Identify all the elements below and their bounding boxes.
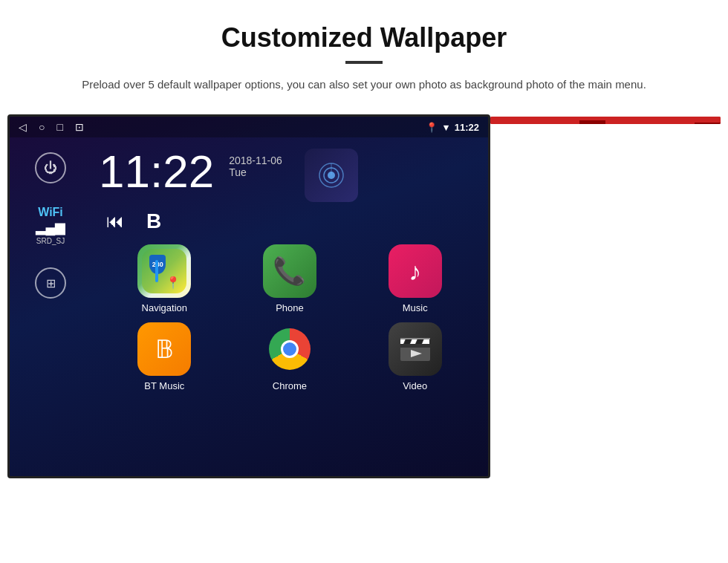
phone-app-icon[interactable]: 📞 — [263, 244, 316, 298]
clapperboard-icon — [400, 336, 431, 362]
chrome-app-icon[interactable] — [263, 322, 316, 376]
screenshot-nav-icon[interactable]: ⊡ — [75, 121, 84, 133]
status-bar: ◁ ○ □ ⊡ 📍 ▾ 11:22 — [10, 117, 488, 137]
main-section: 11:22 2018-11-06 Tue — [91, 137, 488, 478]
navigation-app-label: Navigation — [142, 302, 187, 313]
app-item-chrome[interactable]: Chrome — [232, 322, 348, 391]
location-icon: 📍 — [426, 122, 438, 133]
status-bar-right: 📍 ▾ 11:22 — [426, 122, 479, 133]
clock-date-col: 2018-11-06 Tue — [229, 149, 282, 178]
device-area: ◁ ○ □ ⊡ 📍 ▾ 11:22 ⏻ WiFi — [45, 114, 683, 478]
home-nav-icon[interactable]: ○ — [39, 121, 45, 133]
media-app-letter: B — [146, 209, 161, 233]
android-screen: ◁ ○ □ ⊡ 📍 ▾ 11:22 ⏻ WiFi — [7, 114, 490, 478]
music-app-icon[interactable]: ♪ — [389, 244, 442, 298]
app-item-music[interactable]: ♪ Music — [357, 244, 473, 313]
prev-track-icon[interactable]: ⏮ — [106, 211, 124, 232]
page-wrapper: Customized Wallpaper Preload over 5 defa… — [0, 0, 728, 493]
music-app-label: Music — [403, 302, 428, 313]
svg-rect-5 — [400, 344, 430, 348]
svg-rect-34 — [695, 123, 721, 124]
city-strip-svg — [490, 117, 721, 124]
bt-music-app-icon[interactable]: 𝔹 — [137, 322, 191, 376]
signal-icon: ▾ — [443, 122, 449, 133]
back-nav-icon[interactable]: ◁ — [19, 121, 27, 133]
media-app-icon[interactable] — [305, 149, 358, 202]
title-divider — [345, 61, 383, 64]
wifi-info: WiFi ▂▄▆ SRD_SJ — [36, 206, 66, 245]
app-grid: 280 📍 Navigation 📞 — [99, 244, 481, 391]
nav-map-visual: 280 📍 — [142, 249, 186, 293]
music-note-icon: ♪ — [409, 257, 421, 286]
phone-icon: 📞 — [273, 256, 306, 287]
clock-row: 11:22 2018-11-06 Tue — [99, 149, 481, 202]
nav-pin-icon: 📍 — [166, 276, 181, 290]
chrome-center — [281, 340, 299, 358]
svg-rect-29 — [579, 120, 605, 124]
clock-date: 2018-11-06 — [229, 154, 282, 166]
recent-nav-icon[interactable]: □ — [56, 121, 62, 133]
power-button[interactable]: ⏻ — [35, 152, 66, 183]
svg-rect-11 — [400, 338, 430, 339]
status-bar-left: ◁ ○ □ ⊡ — [19, 121, 84, 133]
chrome-ring-icon — [269, 328, 311, 370]
clock-time: 11:22 — [99, 149, 214, 195]
app-item-phone[interactable]: 📞 Phone — [232, 244, 348, 313]
wallpaper-thumb-city[interactable] — [490, 117, 721, 124]
app-item-navigation[interactable]: 280 📍 Navigation — [106, 244, 223, 313]
wifi-bars-icon: ▂▄▆ — [36, 219, 66, 235]
page-title: Customized Wallpaper — [45, 22, 683, 53]
media-row: ⏮ B — [106, 209, 481, 233]
screen-content: ⏻ WiFi ▂▄▆ SRD_SJ ⊞ 11:22 2018-11-06 — [10, 137, 488, 478]
wifi-label: WiFi — [36, 206, 66, 219]
clock-status: 11:22 — [455, 122, 479, 133]
clock-day: Tue — [229, 166, 282, 178]
video-app-icon[interactable] — [389, 322, 442, 376]
app-item-video[interactable]: Video — [357, 322, 473, 391]
wifi-ssid: SRD_SJ — [36, 237, 66, 245]
wallpaper-thumbnails: CarSetting — [490, 114, 721, 126]
bt-music-app-label: BT Music — [144, 380, 184, 391]
video-app-label: Video — [403, 380, 427, 391]
apps-grid-button[interactable]: ⊞ — [35, 267, 66, 299]
navigation-app-icon[interactable]: 280 📍 — [137, 244, 191, 298]
left-sidebar: ⏻ WiFi ▂▄▆ SRD_SJ ⊞ — [10, 137, 91, 478]
antenna-svg-icon — [316, 160, 346, 190]
bluetooth-icon: 𝔹 — [155, 334, 174, 364]
chrome-app-label: Chrome — [273, 380, 307, 391]
phone-app-label: Phone — [276, 302, 304, 313]
page-subtitle: Preload over 5 default wallpaper options… — [45, 76, 683, 94]
app-item-btmusic[interactable]: 𝔹 BT Music — [106, 322, 223, 391]
